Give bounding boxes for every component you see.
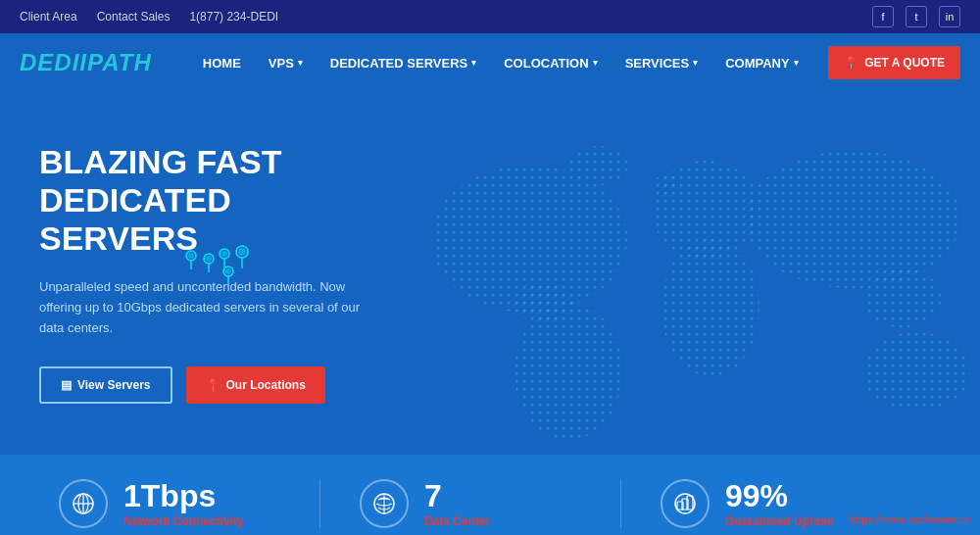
svg-point-25 (225, 268, 231, 274)
svg-point-21 (188, 253, 194, 259)
map-pins (181, 244, 299, 307)
stats-bar: 1Tbps Network Connectivity 7 Data Center (0, 455, 980, 535)
stat-datacenter-value: 7 (424, 480, 490, 511)
svg-point-3 (514, 303, 622, 440)
nav-item-vps[interactable]: VPS ▾ (257, 48, 315, 78)
get-quote-button[interactable]: 📍 GET A QUOTE (828, 46, 960, 79)
stat-network-label: Network Connectivity (123, 514, 244, 528)
nav-item-services[interactable]: SERVICES ▾ (613, 48, 710, 78)
network-icon (59, 479, 108, 528)
stat-datacenter-label: Data Center (424, 514, 490, 528)
colocation-caret-icon: ▾ (593, 58, 598, 68)
svg-point-5 (662, 239, 760, 376)
nav-links: HOME VPS ▾ DEDICATED SERVERS ▾ COLOCATIO… (191, 46, 960, 79)
top-bar: Client Area Contact Sales 1(877) 234-DED… (0, 0, 980, 33)
datacenter-icon (360, 479, 409, 528)
world-map (372, 112, 980, 445)
stat-uptime-text: 99% Guaranteed Uptime (725, 480, 834, 528)
company-caret-icon: ▾ (794, 58, 799, 68)
svg-point-23 (221, 251, 227, 257)
stat-datacenter: 7 Data Center (319, 479, 620, 528)
our-locations-button[interactable]: 📍 Our Locations (186, 366, 325, 404)
svg-point-8 (862, 332, 970, 411)
contact-sales-link[interactable]: Contact Sales (97, 10, 171, 24)
logo-suffix: PATH (87, 49, 152, 75)
server-icon: ▤ (61, 378, 72, 392)
hero-section: BLAZING FAST DEDICATED SERVERS Unparalle… (0, 92, 980, 455)
stat-datacenter-text: 7 Data Center (424, 480, 490, 528)
svg-point-22 (206, 256, 212, 262)
phone-number: 1(877) 234-DEDI (189, 10, 278, 24)
services-caret-icon: ▾ (693, 58, 698, 68)
svg-point-10 (652, 175, 681, 195)
twitter-icon[interactable]: t (906, 6, 927, 27)
nav-item-colocation[interactable]: COLOCATION ▾ (492, 48, 609, 78)
vps-caret-icon: ▾ (298, 58, 303, 68)
logo-i: i (79, 49, 87, 75)
logo[interactable]: DEDIiPATH (20, 49, 152, 76)
hero-buttons: ▤ View Servers 📍 Our Locations (39, 366, 372, 404)
top-bar-links: Client Area Contact Sales 1(877) 234-DED… (20, 10, 278, 24)
stat-network-value: 1Tbps (123, 480, 244, 511)
nav-item-home[interactable]: HOME (191, 48, 253, 78)
social-links: f t in (872, 6, 960, 27)
location-pin-icon: 📍 (206, 378, 220, 392)
dedicated-caret-icon: ▾ (471, 58, 476, 68)
facebook-icon[interactable]: f (872, 6, 894, 27)
svg-point-24 (238, 248, 246, 256)
svg-point-9 (568, 146, 627, 185)
navbar: DEDIiPATH HOME VPS ▾ DEDICATED SERVERS ▾… (0, 33, 980, 92)
client-area-link[interactable]: Client Area (20, 10, 77, 24)
watermark: https://www.liuzhanwu.cn (850, 513, 970, 525)
svg-point-32 (675, 494, 695, 513)
view-servers-button[interactable]: ▤ View Servers (39, 366, 172, 404)
hero-title: BLAZING FAST DEDICATED SERVERS (39, 143, 372, 258)
stat-uptime-value: 99% (725, 480, 834, 511)
stat-network-text: 1Tbps Network Connectivity (123, 480, 244, 528)
linkedin-icon[interactable]: in (939, 6, 960, 27)
logo-prefix: DEDI (20, 49, 79, 75)
quote-pin-icon: 📍 (844, 56, 858, 70)
nav-item-dedicated[interactable]: DEDICATED SERVERS ▾ (318, 48, 488, 78)
stat-network: 1Tbps Network Connectivity (59, 479, 319, 528)
svg-point-7 (862, 268, 941, 327)
stat-uptime-label: Guaranteed Uptime (725, 514, 834, 528)
svg-point-6 (745, 151, 960, 288)
uptime-icon (661, 479, 710, 528)
nav-item-company[interactable]: COMPANY ▾ (713, 48, 809, 78)
